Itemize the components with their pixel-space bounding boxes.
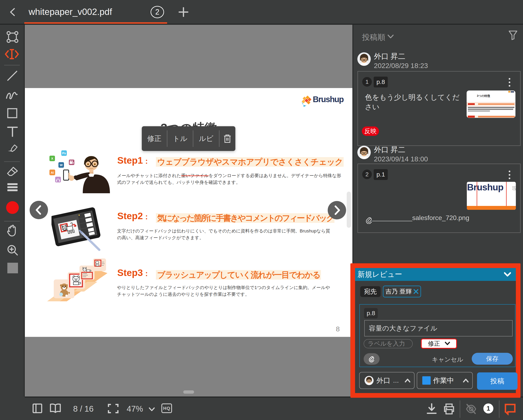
svg-text:Ai: Ai	[51, 171, 54, 174]
svg-text:W: W	[60, 163, 63, 167]
svg-text:X: X	[51, 157, 53, 160]
svg-text:Ps: Ps	[62, 151, 66, 155]
